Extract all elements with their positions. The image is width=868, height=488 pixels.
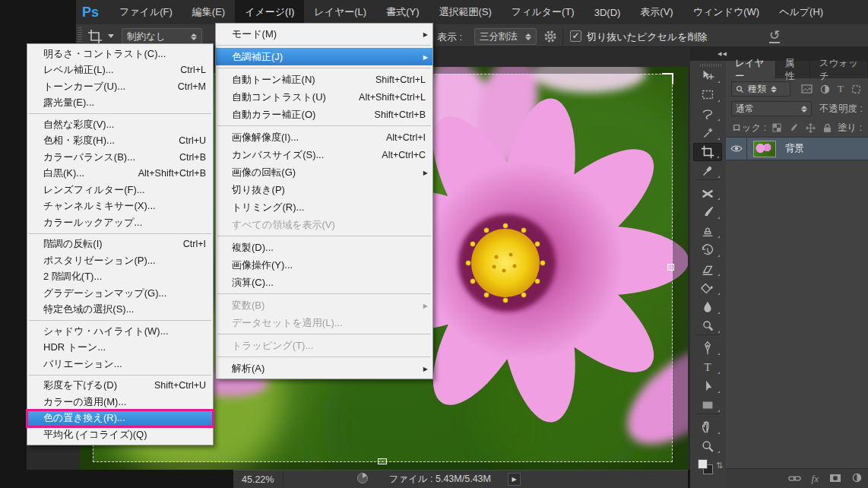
- menubar-item[interactable]: 書式(Y): [376, 0, 429, 24]
- zoom-tool[interactable]: [693, 437, 722, 455]
- shape-tool[interactable]: [693, 396, 722, 414]
- adjustments-menu-item[interactable]: 明るさ・コントラスト(C)... ▶: [27, 46, 213, 62]
- image-menu-item[interactable]: 複製(D)... ▶: [216, 239, 432, 256]
- layer-mask-icon[interactable]: [829, 472, 841, 486]
- adjustments-menu-item[interactable]: レンズフィルター(F)... ▶: [27, 182, 213, 198]
- brush-tool[interactable]: [693, 203, 722, 221]
- image-menu-item[interactable]: 色調補正(J) ▶: [216, 48, 432, 65]
- menubar-item[interactable]: 表示(V): [630, 0, 683, 24]
- adjustments-menu-item[interactable]: 階調の反転(I) Ctrl+I ▶: [27, 236, 213, 253]
- panel-tab[interactable]: スウォッチ: [810, 61, 868, 78]
- lock-pixels-icon[interactable]: [789, 123, 798, 132]
- adjustments-menu-item[interactable]: 特定色域の選択(S)... ▶: [27, 302, 213, 318]
- adjustments-menu-item[interactable]: グラデーションマップ(G)... ▶: [27, 285, 213, 302]
- menubar-item[interactable]: フィルター(T): [502, 0, 584, 24]
- image-menu-item[interactable]: 画像解像度(I)... Alt+Ctrl+I ▶: [216, 128, 432, 146]
- adjustments-menu-item[interactable]: 露光量(E)... ▶: [27, 95, 213, 112]
- adjustments-menu-item[interactable]: 2 階調化(T)... ▶: [27, 269, 213, 286]
- paint-bucket-tool[interactable]: [693, 279, 722, 297]
- adjustments-menu-item[interactable]: HDR トーン... ▶: [27, 340, 213, 356]
- layer-row-background[interactable]: 背景: [726, 137, 868, 160]
- adjustments-menu-item[interactable]: カラーの適用(M)... ▶: [27, 394, 213, 410]
- dodge-tool[interactable]: [693, 317, 722, 335]
- image-menu-item[interactable]: データセットを適用(L)... ▶: [216, 314, 432, 331]
- layer-visibility-toggle[interactable]: [726, 137, 747, 160]
- swap-colors-icon[interactable]: ⇅: [716, 461, 723, 471]
- image-menu-item[interactable]: カンバスサイズ(S)... Alt+Ctrl+C ▶: [216, 146, 432, 163]
- lock-transparency-icon[interactable]: [772, 123, 781, 132]
- crop-constraint-select[interactable]: 制約なし: [122, 28, 202, 45]
- adjustments-menu-item[interactable]: 自然な彩度(V)... ▶: [27, 116, 213, 133]
- image-menu-item[interactable]: モード(M) ▶: [216, 25, 432, 43]
- image-menu-item[interactable]: 解析(A) ▶: [216, 360, 432, 377]
- crop-bottom-handle[interactable]: [378, 458, 387, 464]
- menubar-item[interactable]: 編集(E): [182, 0, 235, 24]
- blend-mode-select[interactable]: 通常: [731, 101, 812, 116]
- magic-wand-tool[interactable]: [693, 124, 722, 142]
- move-tool[interactable]: [693, 67, 722, 85]
- image-menu-item[interactable]: 自動トーン補正(N) Shift+Ctrl+L ▶: [216, 71, 432, 88]
- collapse-panels-icon[interactable]: ◀◀: [718, 51, 727, 57]
- menubar-item[interactable]: ヘルプ(H): [769, 0, 833, 24]
- image-menu-item[interactable]: すべての領域を表示(V) ▶: [216, 216, 432, 233]
- adjustments-menu-item[interactable]: 白黒(K)... Alt+Shift+Ctrl+B ▶: [27, 166, 213, 182]
- image-menu-item[interactable]: 画像操作(Y)... ▶: [216, 256, 432, 274]
- menubar-item[interactable]: 選択範囲(S): [429, 0, 502, 24]
- image-menu-item[interactable]: 画像の回転(G) ▶: [216, 163, 432, 181]
- image-menu-item[interactable]: 切り抜き(P) ▶: [216, 181, 432, 198]
- history-brush-tool[interactable]: [693, 241, 722, 259]
- image-menu-item[interactable]: 自動コントラスト(U) Alt+Shift+Ctrl+L ▶: [216, 88, 432, 106]
- panel-tab[interactable]: レイヤー: [726, 61, 776, 78]
- pen-tool[interactable]: [693, 339, 722, 357]
- adjustments-menu-item[interactable]: レベル補正(L)... Ctrl+L ▶: [27, 62, 213, 79]
- adjustments-menu-item[interactable]: ポスタリゼーション(P)... ▶: [27, 252, 213, 269]
- path-select-tool[interactable]: [693, 377, 722, 395]
- hand-tool[interactable]: [693, 418, 722, 436]
- lock-position-icon[interactable]: [806, 123, 816, 133]
- adjustments-menu-item[interactable]: バリエーション... ▶: [27, 356, 213, 372]
- adjustments-menu-item[interactable]: 平均化 (イコライズ)(Q) ▶: [27, 426, 213, 443]
- image-menu-item[interactable]: 変数(B) ▶: [216, 296, 432, 314]
- crop-right-handle[interactable]: [667, 264, 674, 271]
- image-menu-item[interactable]: 自動カラー補正(O) Shift+Ctrl+B ▶: [216, 106, 432, 123]
- reset-tool-icon[interactable]: ↺: [769, 29, 780, 43]
- adjustments-menu-item[interactable]: カラールックアップ... ▶: [27, 214, 213, 231]
- foreground-color-swatch[interactable]: [698, 459, 708, 469]
- eraser-tool[interactable]: [693, 260, 722, 278]
- clone-stamp-tool[interactable]: [693, 222, 722, 240]
- filter-type-layers-icon[interactable]: T: [838, 83, 844, 95]
- adjustments-menu-item[interactable]: 色の置き換え(R)... ▶: [27, 410, 213, 427]
- layer-style-fx-icon[interactable]: fx: [812, 473, 819, 485]
- zoom-level-field[interactable]: 45.22%: [233, 471, 284, 488]
- filter-adjustment-layers-icon[interactable]: [820, 84, 830, 94]
- layer-filter-select[interactable]: 種類: [731, 81, 790, 97]
- options-bar-grip[interactable]: [78, 27, 82, 44]
- menubar-item[interactable]: 3D(D): [584, 0, 631, 24]
- blur-tool[interactable]: [693, 298, 722, 316]
- marquee-tool[interactable]: [693, 86, 722, 104]
- crop-overlay-select[interactable]: 三分割法: [474, 28, 537, 45]
- link-layers-icon[interactable]: [788, 472, 801, 486]
- lock-all-icon[interactable]: [823, 123, 832, 133]
- adjustments-menu-item[interactable]: チャンネルミキサー(X)... ▶: [27, 198, 213, 215]
- adjustments-menu-item[interactable]: トーンカーブ(U)... Ctrl+M ▶: [27, 78, 213, 95]
- image-menu-item[interactable]: トラッピング(T)... ▶: [216, 337, 432, 354]
- adjustments-menu-item[interactable]: 色相・彩度(H)... Ctrl+U ▶: [27, 133, 213, 150]
- type-tool[interactable]: T: [693, 358, 722, 376]
- crop-settings-gear-icon[interactable]: [543, 29, 558, 47]
- adjustments-menu-item[interactable]: カラーバランス(B)... Ctrl+B ▶: [27, 149, 213, 166]
- healing-brush-tool[interactable]: [693, 184, 722, 202]
- filter-pixel-layers-icon[interactable]: [801, 84, 813, 93]
- menubar-item[interactable]: ウィンドウ(W): [683, 0, 769, 24]
- status-flyout-button[interactable]: ▶: [508, 473, 521, 486]
- crop-tool-selected[interactable]: [693, 143, 722, 161]
- lasso-tool[interactable]: [693, 105, 722, 123]
- menubar-item[interactable]: レイヤー(L): [304, 0, 376, 24]
- menubar-item[interactable]: イメージ(I): [235, 0, 304, 24]
- adjustment-layer-icon[interactable]: [852, 472, 862, 486]
- crop-corner-handle[interactable]: [662, 73, 673, 84]
- menubar-item[interactable]: ファイル(F): [109, 0, 182, 24]
- adjustments-menu-item[interactable]: 彩度を下げる(D) Shift+Ctrl+U ▶: [27, 378, 213, 395]
- image-menu-item[interactable]: トリミング(R)... ▶: [216, 198, 432, 216]
- filter-shape-layers-icon[interactable]: [851, 84, 861, 94]
